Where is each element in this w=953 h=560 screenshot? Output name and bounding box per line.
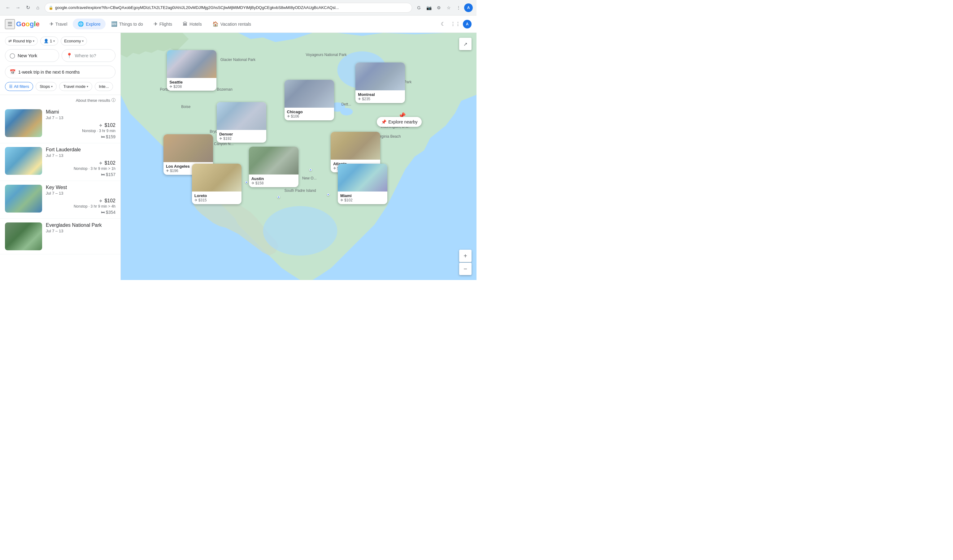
circle-icon: ◯	[9, 53, 15, 59]
destination-dates: Jul 7 – 13	[46, 191, 115, 195]
fullscreen-button[interactable]: ➚	[459, 38, 472, 50]
passengers-button[interactable]: 👤 1 ▾	[40, 37, 58, 45]
map-card-loreto[interactable]: Loreto ✈ $315	[192, 164, 242, 204]
result-image	[5, 185, 42, 213]
destination-thumbnail	[5, 109, 42, 137]
map-area[interactable]: Glacier National Park Spokane Portland B…	[121, 33, 476, 280]
tab-things-to-do[interactable]: 🆕 Things to do	[106, 19, 148, 29]
filter-icon: ☰	[9, 84, 13, 89]
denver-price: ✈ $192	[219, 136, 264, 141]
header-right: ☾ ⋮⋮ A	[438, 19, 472, 29]
google-logo[interactable]: Google	[16, 20, 40, 28]
forward-button[interactable]: →	[14, 3, 22, 12]
zoom-out-button[interactable]: −	[459, 263, 472, 275]
bed-icon: 🛏	[101, 135, 105, 139]
user-avatar[interactable]: A	[464, 3, 473, 12]
result-item-miami[interactable]: Miami Jul 7 – 13 ✈ $102 Nonstop · 3 hr 9…	[0, 105, 120, 143]
home-button[interactable]: ⌂	[33, 3, 42, 12]
round-trip-button[interactable]: ⇄ Round trip ▾	[5, 37, 38, 45]
zoom-in-button[interactable]: +	[459, 250, 472, 262]
secure-icon: 🔒	[49, 6, 53, 10]
extensions-icon[interactable]: ⚙	[435, 3, 443, 12]
things-icon: 🆕	[111, 21, 117, 27]
flight-price-row: ✈ $102	[46, 122, 115, 128]
tab-hotels[interactable]: 🏛 Hotels	[178, 19, 207, 29]
montreal-name: Montreal	[358, 92, 402, 97]
explore-nearby-button[interactable]: 📌 Explore nearby	[377, 117, 422, 127]
main-layout: ⇄ Round trip ▾ 👤 1 ▾ Economy ▾ ◯ New Yor…	[0, 33, 476, 280]
account-avatar[interactable]: A	[463, 20, 472, 28]
tab-flights[interactable]: ✈ Flights	[149, 19, 177, 29]
tab-vacation-rentals[interactable]: 🏠 Vacation rentals	[208, 19, 256, 29]
austin-price: ✈ $158	[251, 181, 296, 185]
browser-actions: G 📷 ⚙ ☆ ⋮ A	[414, 3, 473, 12]
result-item-fort-lauderdale[interactable]: Fort Lauderdale Jul 7 – 13 ✈ $102 Nonsto…	[0, 143, 120, 181]
flight-icon: ✈	[169, 85, 172, 89]
stops-filter-button[interactable]: Stops ▾	[36, 82, 57, 91]
map-card-austin[interactable]: Austin ✈ $158	[249, 147, 298, 187]
apps-button[interactable]: ⋮⋮	[450, 19, 460, 29]
search-controls: ⇄ Round trip ▾ 👤 1 ▾ Economy ▾ ◯ New Yor…	[0, 33, 120, 95]
map-label-virginia-beach: Virginia Beach	[377, 134, 400, 139]
reload-button[interactable]: ↻	[23, 3, 32, 12]
flight-icon: ✈	[194, 198, 197, 202]
flight-price-row: ✈ $102	[46, 198, 115, 204]
result-info: Fort Lauderdale Jul 7 – 13 ✈ $102 Nonsto…	[46, 147, 115, 177]
tab-explore[interactable]: 🌐 Explore	[73, 19, 105, 29]
montreal-price: ✈ $235	[358, 97, 402, 101]
all-filters-button[interactable]: ☰ All filters	[5, 82, 33, 91]
bed-icon: 🛏	[101, 210, 105, 214]
dark-mode-button[interactable]: ☾	[438, 19, 448, 29]
plus-icon: +	[464, 252, 467, 260]
interests-filter-button[interactable]: Inte...	[95, 82, 113, 91]
fullscreen-icon: ➚	[464, 41, 467, 47]
travel-mode-filter-button[interactable]: Travel mode ▾	[59, 82, 92, 91]
flight-icon: ✈	[358, 97, 361, 101]
sidebar: ⇄ Round trip ▾ 👤 1 ▾ Economy ▾ ◯ New Yor…	[0, 33, 121, 280]
svg-point-2	[341, 108, 353, 115]
destination-thumbnail	[5, 185, 42, 213]
screenshot-icon[interactable]: 📷	[424, 3, 433, 12]
minus-icon: −	[464, 266, 467, 272]
map-label-bozeman: Bozeman	[217, 87, 233, 91]
destination-name: Key West	[46, 185, 115, 190]
miami-map-info: Miami ✈ $102	[338, 192, 387, 204]
map-card-seattle[interactable]: Seattle ✈ $208	[167, 50, 216, 91]
result-item-everglades-national-park[interactable]: Everglades National Park Jul 7 – 13	[0, 219, 120, 254]
flight-details: Nonstop · 3 hr 9 min > 4h	[46, 204, 115, 209]
bookmark-icon[interactable]: ☆	[444, 3, 453, 12]
back-button[interactable]: ←	[4, 3, 12, 12]
origin-input[interactable]: ◯ New York	[5, 49, 59, 62]
address-bar[interactable]: 🔒 google.com/travel/explore?tfs=CBwQAxob…	[45, 3, 412, 13]
menu-icon[interactable]: ☰	[5, 19, 15, 29]
vacation-icon: 🏠	[213, 21, 219, 27]
google-icon[interactable]: G	[414, 3, 423, 12]
destination-thumbnail	[5, 147, 42, 175]
explore-icon: 🌐	[78, 21, 84, 27]
result-item-key-west[interactable]: Key West Jul 7 – 13 ✈ $102 Nonstop · 3 h…	[0, 181, 120, 219]
browser-nav-buttons: ← → ↻ ⌂	[4, 3, 42, 12]
map-label-dett: Dett...	[341, 102, 351, 107]
map-card-chicago[interactable]: Chicago ✈ $106	[284, 80, 334, 121]
flight-icon: ✈	[99, 123, 102, 128]
miami-map-price: ✈ $102	[340, 198, 385, 202]
search-inputs: ◯ New York 📍 Where to?	[5, 49, 115, 62]
chicago-info: Chicago ✈ $106	[284, 108, 334, 121]
map-card-denver[interactable]: Denver ✈ $192	[217, 102, 266, 142]
map-card-miami[interactable]: Miami ✈ $102	[338, 164, 387, 204]
map-card-montreal[interactable]: Montreal ✈ $235	[355, 62, 405, 103]
loreto-info: Loreto ✈ $315	[192, 192, 242, 204]
about-results[interactable]: About these results ⓘ	[76, 97, 115, 103]
denver-image	[217, 102, 266, 130]
cabin-class-button[interactable]: Economy ▾	[61, 37, 87, 45]
date-selector[interactable]: 📅 1-week trip in the next 6 months	[5, 66, 115, 78]
tab-travel[interactable]: ✈ Travel	[45, 19, 72, 29]
seattle-name: Seattle	[169, 80, 214, 85]
destination-input[interactable]: 📍 Where to?	[62, 49, 116, 62]
flight-icon: ✈	[251, 181, 255, 185]
flight-details: Nonstop · 3 hr 9 min	[46, 129, 115, 133]
seattle-image	[167, 50, 216, 78]
svg-point-5	[263, 206, 337, 255]
swap-icon: ⇄	[8, 39, 12, 43]
more-icon[interactable]: ⋮	[454, 3, 463, 12]
